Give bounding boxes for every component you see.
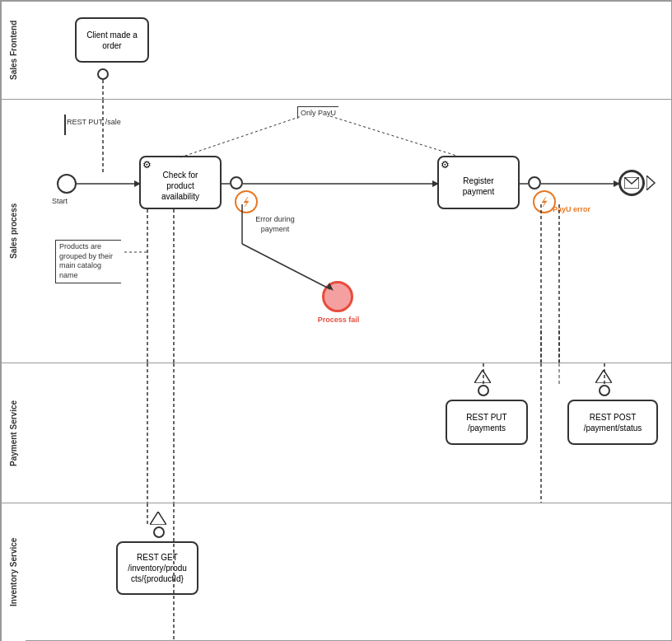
svg-line-26 (330, 116, 462, 157)
svg-marker-1 (244, 197, 249, 207)
task-rest-put-payments: REST PUT /payments (446, 400, 528, 445)
task-rest-post-payment: REST POST /payment/status (567, 400, 658, 445)
lightning-icon-1 (240, 195, 253, 208)
start-event (57, 174, 77, 194)
lane-sales-frontend: Sales Frontend Client made a order (1, 1, 671, 100)
lane-label-inventory-service: Inventory Service (1, 503, 26, 641)
task-rest-get-inventory: REST GET /inventory/produ cts/{productId… (116, 541, 198, 595)
receive-triangle-inventory (150, 512, 166, 526)
receive-triangle-1 (474, 370, 491, 385)
lane-label-sales-frontend: Sales Frontend (1, 1, 26, 99)
start-label: Start (52, 197, 68, 207)
lane-sales-process: Sales process REST PUT /sale Only PayU S… (1, 100, 671, 363)
only-payu-label: Only PayU (297, 106, 338, 119)
message-icon (624, 177, 639, 189)
task-client-order: Client made a order (75, 17, 149, 63)
task-register-payment: ⚙ Register payment (437, 156, 520, 209)
receive-circle-inventory (153, 526, 165, 538)
lane-label-payment-service: Payment Service (1, 363, 26, 503)
products-grouped-annotation: Products are grouped by their main catal… (55, 240, 121, 283)
payu-error-label: PayU error (553, 205, 590, 215)
boundary-marker-1 (235, 190, 258, 213)
lane-content-sales-process: REST PUT /sale Only PayU Start ⚙ Check f… (26, 100, 671, 363)
lane-content-payment-service: REST PUT /payments REST POST /payment/st… (26, 363, 671, 503)
end-triangle (646, 175, 658, 192)
svg-marker-4 (646, 175, 655, 190)
receive-circle-1 (478, 385, 489, 396)
lane-payment-service: Payment Service REST PUT /payments (1, 363, 671, 503)
error-during-payment-label: Error during payment (246, 215, 304, 234)
task-check-product: ⚙ Check for product availability (139, 156, 222, 209)
process-fail-label: Process fail (306, 316, 371, 325)
lane-content-inventory-service: REST GET /inventory/produ cts/{productId… (26, 503, 671, 641)
rest-put-sale-label: REST PUT /sale (67, 118, 121, 128)
gear-icon-check: ⚙ (142, 159, 152, 172)
lightning-icon-2 (538, 195, 551, 208)
diagram-container: Sales Frontend Client made a order Sales… (0, 0, 672, 641)
svg-line-25 (180, 116, 301, 157)
start-circle-frontend (97, 68, 109, 80)
lane-inventory-service: Inventory Service REST GET /inventory/pr… (1, 503, 671, 641)
lane-label-sales-process: Sales process (1, 100, 26, 363)
svg-marker-28 (474, 370, 491, 383)
gateway-circle-1 (230, 176, 243, 189)
receive-triangle-2 (595, 370, 612, 385)
svg-line-17 (242, 244, 330, 289)
lane-content-sales-frontend: Client made a order (26, 1, 671, 99)
gateway-circle-2 (528, 176, 541, 189)
error-end-event (322, 281, 353, 312)
svg-marker-36 (150, 512, 166, 525)
receive-circle-2 (599, 385, 610, 396)
message-end-event (618, 170, 645, 196)
svg-marker-2 (542, 197, 547, 207)
svg-marker-29 (595, 370, 612, 383)
gear-icon-register: ⚙ (441, 159, 450, 172)
